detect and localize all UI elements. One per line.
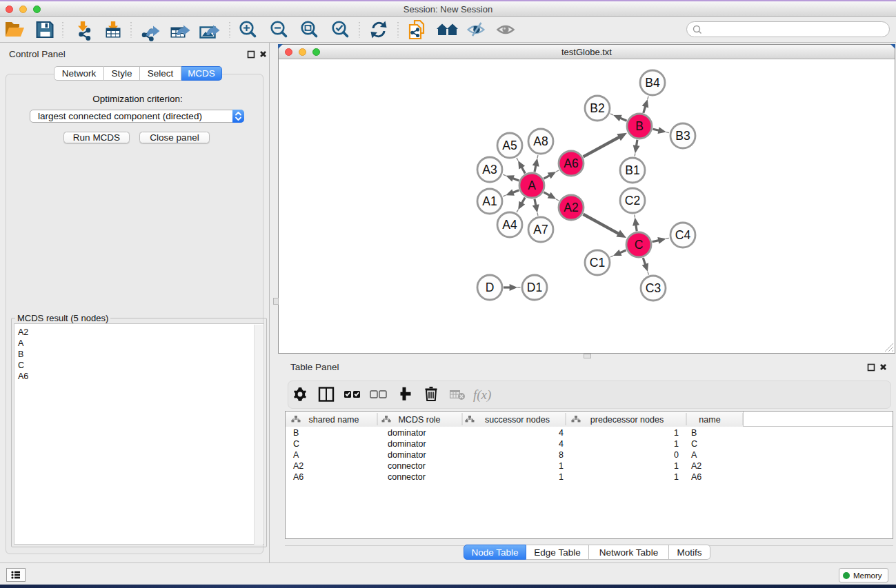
svg-text:4: 4	[559, 439, 564, 449]
svg-text:A2: A2	[564, 201, 578, 214]
svg-text:A6: A6	[293, 472, 303, 482]
svg-text:connector: connector	[388, 472, 426, 482]
svg-text:B: B	[691, 428, 697, 438]
svg-text:C: C	[293, 439, 299, 449]
svg-text:A4: A4	[502, 218, 517, 232]
svg-text:C: C	[691, 439, 697, 449]
svg-text:1: 1	[674, 439, 679, 449]
svg-text:4: 4	[559, 428, 564, 438]
svg-text:B2: B2	[590, 101, 604, 115]
svg-text:1: 1	[559, 461, 564, 471]
svg-text:dominator: dominator	[388, 428, 426, 438]
svg-text:dominator: dominator	[388, 439, 426, 449]
svg-text:name: name	[699, 415, 720, 425]
svg-text:0: 0	[674, 450, 679, 460]
svg-text:A: A	[691, 450, 697, 460]
svg-text:B: B	[635, 119, 644, 133]
svg-text:A2: A2	[691, 461, 701, 471]
svg-text:A8: A8	[533, 134, 548, 148]
svg-text:1: 1	[674, 461, 679, 471]
svg-text:B1: B1	[625, 163, 639, 177]
svg-text:D: D	[486, 281, 495, 294]
svg-text:A3: A3	[482, 163, 497, 176]
svg-text:A6: A6	[691, 472, 701, 482]
svg-text:C2: C2	[625, 194, 640, 207]
svg-text:A7: A7	[533, 223, 548, 236]
svg-text:B4: B4	[645, 76, 660, 90]
svg-text:C4: C4	[675, 228, 691, 242]
svg-text:successor nodes: successor nodes	[485, 415, 550, 425]
svg-text:8: 8	[559, 450, 564, 460]
svg-text:dominator: dominator	[388, 450, 426, 460]
svg-text:shared name: shared name	[309, 415, 359, 425]
svg-text:C3: C3	[646, 281, 661, 295]
svg-text:D1: D1	[527, 281, 542, 294]
svg-text:A1: A1	[482, 194, 497, 208]
svg-text:A5: A5	[502, 139, 517, 152]
svg-text:A6: A6	[564, 156, 578, 170]
svg-text:C1: C1	[590, 256, 605, 270]
svg-text:B3: B3	[675, 129, 690, 143]
svg-text:1: 1	[674, 472, 679, 482]
svg-text:A2: A2	[293, 461, 303, 471]
svg-text:1: 1	[559, 472, 564, 482]
svg-text:f(x): f(x)	[473, 387, 491, 403]
svg-text:MCDS role: MCDS role	[398, 415, 440, 425]
svg-text:A: A	[293, 450, 299, 460]
svg-text:A: A	[528, 179, 536, 192]
svg-text:B: B	[293, 428, 299, 438]
svg-text:connector: connector	[388, 461, 426, 471]
svg-text:predecessor nodes: predecessor nodes	[590, 415, 664, 425]
svg-text:C: C	[635, 238, 644, 252]
svg-text:1: 1	[674, 428, 679, 438]
